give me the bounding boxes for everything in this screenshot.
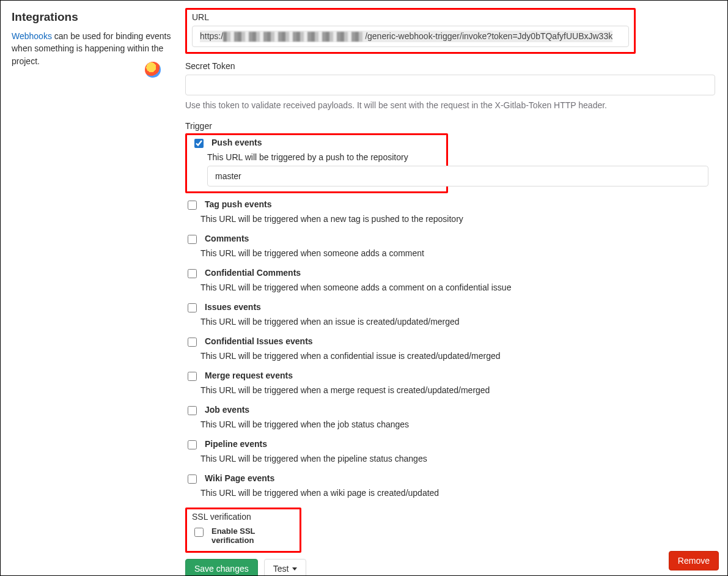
conf_issues-desc: This URL will be triggered when a confid… bbox=[200, 351, 715, 361]
comments-checkbox[interactable] bbox=[188, 235, 197, 244]
page-title: Integrations bbox=[12, 10, 172, 24]
job-desc: This URL will be triggered when the job … bbox=[200, 419, 715, 429]
conf_comments-checkbox[interactable] bbox=[188, 269, 197, 278]
secret-token-input[interactable] bbox=[185, 75, 715, 95]
issues-label: Issues events bbox=[205, 302, 261, 312]
push-events-desc: This URL will be triggered by a push to … bbox=[207, 152, 440, 162]
ssl-section-highlight: SSL verification Enable SSL verification bbox=[185, 508, 301, 553]
issues-desc: This URL will be triggered when an issue… bbox=[200, 317, 715, 327]
ssl-label: SSL verification bbox=[192, 512, 293, 522]
integration-icon bbox=[145, 62, 161, 78]
trigger-item-pipeline: Pipeline eventsThis URL will be triggere… bbox=[185, 439, 715, 463]
trigger-item-tag: Tag push eventsThis URL will be triggere… bbox=[185, 199, 715, 224]
form-footer: Save changes Test bbox=[185, 559, 715, 576]
main-form: URL https://generic-webhook-trigger/invo… bbox=[185, 8, 721, 576]
trigger-item-merge: Merge request eventsThis URL will be tri… bbox=[185, 371, 715, 395]
sidebar: Integrations Webhooks can be used for bi… bbox=[12, 8, 185, 576]
secret-token-section: Secret Token Use this token to validate … bbox=[185, 61, 715, 110]
secret-token-help: Use this token to validate received payl… bbox=[185, 100, 715, 110]
url-label: URL bbox=[192, 12, 629, 22]
url-redacted bbox=[223, 32, 365, 42]
comments-desc: This URL will be triggered when someone … bbox=[200, 248, 715, 258]
push-events-highlight: Push events This URL will be triggered b… bbox=[185, 133, 448, 193]
merge-checkbox[interactable] bbox=[188, 372, 197, 381]
pipeline-checkbox[interactable] bbox=[188, 440, 197, 449]
job-label: Job events bbox=[205, 405, 249, 415]
sidebar-description: Webhooks can be used for binding events … bbox=[12, 30, 172, 67]
remove-button[interactable]: Remove bbox=[669, 551, 719, 570]
conf_comments-label: Confidential Comments bbox=[205, 268, 301, 278]
url-input[interactable]: https://generic-webhook-trigger/invoke?t… bbox=[192, 26, 629, 47]
pipeline-label: Pipeline events bbox=[205, 439, 267, 449]
ssl-checkbox-label: Enable SSL verification bbox=[211, 526, 293, 545]
trigger-item-job: Job eventsThis URL will be triggered whe… bbox=[185, 405, 715, 429]
chevron-down-icon bbox=[292, 567, 297, 570]
push-branch-input[interactable] bbox=[207, 166, 708, 186]
save-button[interactable]: Save changes bbox=[185, 559, 258, 576]
comments-label: Comments bbox=[205, 234, 249, 243]
ssl-checkbox[interactable] bbox=[194, 528, 204, 537]
conf_issues-checkbox[interactable] bbox=[188, 338, 197, 347]
webhooks-link[interactable]: Webhooks bbox=[12, 31, 52, 41]
push-events-label: Push events bbox=[211, 138, 262, 147]
trigger-label: Trigger bbox=[185, 121, 715, 131]
wiki-label: Wiki Page events bbox=[205, 473, 274, 483]
tag-desc: This URL will be triggered when a new ta… bbox=[200, 214, 715, 224]
trigger-item-conf_comments: Confidential CommentsThis URL will be tr… bbox=[185, 268, 715, 292]
trigger-list: Tag push eventsThis URL will be triggere… bbox=[185, 199, 715, 498]
push-events-checkbox[interactable] bbox=[194, 139, 204, 148]
wiki-checkbox[interactable] bbox=[188, 474, 197, 484]
trigger-item-comments: CommentsThis URL will be triggered when … bbox=[185, 234, 715, 258]
conf_issues-label: Confidential Issues events bbox=[205, 336, 313, 346]
issues-checkbox[interactable] bbox=[188, 303, 197, 312]
merge-desc: This URL will be triggered when a merge … bbox=[200, 385, 715, 395]
trigger-item-wiki: Wiki Page eventsThis URL will be trigger… bbox=[185, 473, 715, 498]
test-dropdown[interactable]: Test bbox=[264, 559, 307, 576]
tag-label: Tag push events bbox=[205, 199, 271, 209]
pipeline-desc: This URL will be triggered when the pipe… bbox=[200, 454, 715, 463]
wiki-desc: This URL will be triggered when a wiki p… bbox=[200, 488, 715, 498]
trigger-item-conf_issues: Confidential Issues eventsThis URL will … bbox=[185, 336, 715, 361]
trigger-item-issues: Issues eventsThis URL will be triggered … bbox=[185, 302, 715, 327]
conf_comments-desc: This URL will be triggered when someone … bbox=[200, 282, 715, 292]
merge-label: Merge request events bbox=[205, 371, 293, 380]
url-section-highlight: URL https://generic-webhook-trigger/invo… bbox=[185, 8, 636, 54]
secret-token-label: Secret Token bbox=[185, 61, 715, 71]
tag-checkbox[interactable] bbox=[188, 201, 197, 210]
job-checkbox[interactable] bbox=[188, 406, 197, 415]
